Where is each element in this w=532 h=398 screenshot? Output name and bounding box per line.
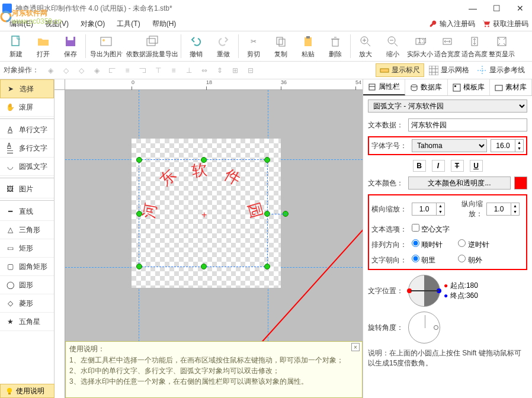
tab-properties[interactable]: 属性栏: [363, 79, 405, 95]
canvas-viewport[interactable]: 0 18 36 54 东 软 件 园 河 +: [55, 79, 363, 398]
tool-multi-text[interactable]: A—多行文字: [0, 139, 54, 158]
actual-size-button[interactable]: 1:1实际大小: [406, 32, 434, 60]
handle-sw[interactable]: [136, 264, 142, 269]
text-data-input[interactable]: [408, 118, 527, 131]
show-grid-toggle[interactable]: 显示网格: [425, 64, 473, 76]
fit-height-button[interactable]: 适合高度: [461, 32, 488, 60]
paste-button[interactable]: 粘贴: [294, 32, 322, 60]
dist-h-icon[interactable]: ⇔: [197, 63, 212, 78]
maximize-button[interactable]: ☐: [485, 0, 508, 17]
vscale-spinner[interactable]: ▲▼: [486, 203, 520, 216]
new-button[interactable]: 新建: [2, 32, 30, 60]
fit-page-button[interactable]: 整页显示: [488, 32, 515, 60]
layer-down-icon[interactable]: ◇: [73, 63, 89, 78]
menu-tool[interactable]: 工具(T): [111, 18, 146, 30]
layer-bottom-icon[interactable]: ◈: [89, 63, 104, 78]
object-ops-label: 对象操作：: [4, 65, 39, 75]
text-color-button[interactable]: 文本颜色和透明度...: [408, 176, 511, 190]
italic-button[interactable]: I: [432, 160, 445, 172]
dist-v-icon[interactable]: ⇕: [212, 63, 227, 78]
layer-up-icon[interactable]: ◇: [58, 63, 73, 78]
hollow-text-checkbox[interactable]: 空心文字: [412, 224, 450, 235]
font-select[interactable]: Tahoma: [412, 139, 487, 152]
menu-view[interactable]: 视图(V): [39, 18, 75, 30]
svg-rect-29: [454, 85, 456, 87]
hint-close-button[interactable]: ×: [351, 343, 360, 351]
close-button[interactable]: ✕: [508, 0, 532, 17]
menu-object[interactable]: 对象(O): [75, 18, 111, 30]
handle-ne[interactable]: [264, 157, 270, 163]
rotation-dial[interactable]: [408, 312, 440, 344]
tool-round-rect[interactable]: ▢圆角矩形: [0, 258, 54, 276]
menu-edit[interactable]: 编辑(E): [4, 18, 39, 30]
tool-pan[interactable]: ✋滚屏: [0, 98, 54, 117]
tab-database[interactable]: 数据库: [405, 79, 447, 95]
save-button[interactable]: 保存: [57, 32, 84, 60]
tool-rect[interactable]: ▭矩形: [0, 239, 54, 258]
ungroup-icon[interactable]: ⊟: [243, 63, 258, 78]
align-left-icon[interactable]: ⫍: [104, 63, 120, 78]
cut-button[interactable]: ✂剪切: [240, 32, 267, 60]
enter-regcode-link[interactable]: 输入注册码: [429, 19, 475, 29]
export-image-button[interactable]: 导出为图片: [87, 32, 125, 60]
undo-button[interactable]: 撤销: [182, 32, 210, 60]
tool-star[interactable]: ★五角星: [0, 313, 54, 331]
handle-se[interactable]: [264, 264, 270, 269]
redo-button[interactable]: 重做: [210, 32, 237, 60]
align-top-icon[interactable]: ⊤: [150, 63, 166, 78]
tool-single-text[interactable]: A单行文字: [0, 121, 54, 139]
group-icon[interactable]: ⊞: [227, 63, 243, 78]
clockwise-radio[interactable]: 顺时针: [412, 239, 443, 250]
handle-s[interactable]: [201, 264, 207, 269]
hint-title: 使用说明：: [69, 344, 358, 354]
bulb-icon: [5, 387, 14, 395]
hint-line-1: 1、左侧工具栏中选择一个功能后，在画布区域按住鼠标左键拖动，即可添加一个对象；: [69, 355, 358, 365]
outward-radio[interactable]: 朝外: [458, 255, 482, 265]
fit-width-button[interactable]: 适合宽度: [434, 32, 461, 60]
zoomin-button[interactable]: 放大: [352, 32, 379, 60]
align-middle-icon[interactable]: ≡: [166, 63, 181, 78]
tab-assets[interactable]: 素材库: [490, 79, 532, 95]
align-center-icon[interactable]: ≡: [120, 63, 135, 78]
tool-arc-text[interactable]: ◡圆弧文字: [0, 158, 54, 176]
tool-triangle[interactable]: △三角形: [0, 221, 54, 239]
batch-export-button[interactable]: 依数据源批量导出: [125, 32, 180, 60]
strike-button[interactable]: T: [451, 160, 464, 172]
show-ruler-toggle[interactable]: 显示标尺: [376, 63, 424, 77]
copy-button[interactable]: 复制: [267, 32, 294, 60]
tool-select[interactable]: ➤选择: [0, 79, 54, 98]
tool-image[interactable]: 🖼图片: [0, 180, 54, 198]
diamond-icon: ◇: [5, 298, 15, 309]
note-text: 在上面的小圆点上按住 Shift 键拖动鼠标可以生成15度倍数角。: [368, 349, 521, 367]
props-icon: [368, 83, 376, 91]
counter-clockwise-radio[interactable]: 逆时针: [458, 239, 489, 250]
tool-diamond[interactable]: ◇菱形: [0, 294, 54, 313]
position-dial[interactable]: [408, 275, 440, 307]
align-bottom-icon[interactable]: ⊥: [181, 63, 197, 78]
align-right-icon[interactable]: ⫎: [135, 63, 150, 78]
tool-line[interactable]: ━直线: [0, 203, 54, 221]
tab-templates[interactable]: 模板库: [448, 79, 490, 95]
zoomout-button[interactable]: 缩小: [379, 32, 406, 60]
object-select[interactable]: 圆弧文字 - 河东软件园: [368, 100, 527, 113]
underline-button[interactable]: U: [470, 160, 483, 172]
color-swatch[interactable]: [514, 176, 527, 190]
tool-ellipse[interactable]: ◯圆形: [0, 276, 54, 294]
copy-icon: [274, 34, 288, 49]
get-regcode-link[interactable]: 获取注册码: [482, 19, 528, 29]
inward-radio[interactable]: 朝里: [412, 255, 435, 265]
open-button[interactable]: 打开: [30, 32, 57, 60]
bold-button[interactable]: B: [413, 160, 426, 172]
menu-help[interactable]: 帮助(H): [146, 18, 182, 30]
show-guides-toggle[interactable]: 显示参考线: [474, 64, 528, 76]
handle-nw[interactable]: [136, 157, 142, 163]
svg-rect-6: [12, 36, 19, 46]
font-size-spinner[interactable]: ▲▼: [491, 139, 524, 152]
usage-button[interactable]: 使用说明: [0, 384, 55, 398]
ruler-horizontal[interactable]: 0 18 36 54: [65, 79, 363, 90]
ruler-vertical[interactable]: [55, 90, 65, 398]
minimize-button[interactable]: —: [461, 0, 485, 17]
delete-button[interactable]: 删除: [322, 32, 349, 60]
hscale-spinner[interactable]: ▲▼: [412, 203, 445, 216]
layer-top-icon[interactable]: ◈: [43, 63, 58, 78]
